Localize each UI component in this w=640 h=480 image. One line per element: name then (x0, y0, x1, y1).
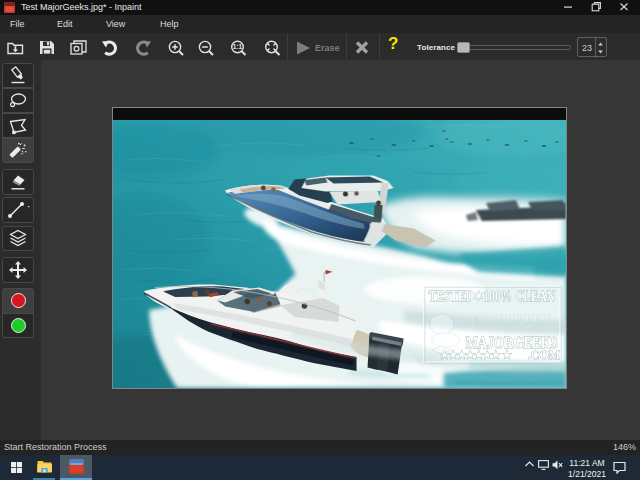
svg-text:CERTIFIED: CERTIFIED (458, 311, 554, 326)
svg-text:.COM: .COM (528, 348, 560, 362)
svg-text:1:1: 1:1 (233, 43, 243, 50)
svg-text:TESTED✶100% CLEAN: TESTED✶100% CLEAN (429, 289, 555, 304)
svg-text:★★★★★★★ ★: ★★★★★★★ ★ (440, 349, 511, 360)
